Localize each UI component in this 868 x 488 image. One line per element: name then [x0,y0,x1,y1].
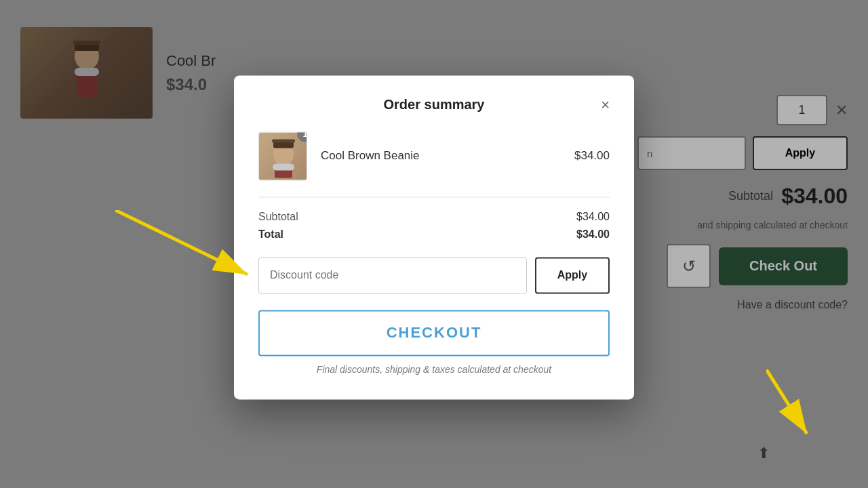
modal-subtotal-row: Subtotal $34.00 [258,211,610,223]
modal-subtotal-label: Subtotal [258,211,298,223]
modal-total-label: Total [258,228,283,241]
modal-discount-input[interactable] [258,257,527,293]
modal-footnote: Final discounts, shipping & taxes calcul… [258,364,610,375]
modal-header: Order summary × [258,97,610,113]
modal-total-row: Total $34.00 [258,228,610,241]
modal-product-thumbnail: 1 [258,131,307,180]
modal-close-button[interactable]: × [601,98,610,113]
modal-subtotal-value: $34.00 [576,211,610,223]
modal-product-price: $34.00 [574,149,610,163]
modal-divider [258,197,610,197]
modal-checkout-button[interactable]: CHECKOUT [258,310,610,356]
modal-apply-button[interactable]: Apply [535,257,610,293]
modal-discount-row: Apply [258,257,610,293]
svg-rect-9 [273,163,294,170]
svg-rect-7 [272,139,295,142]
modal-product-name: Cool Brown Beanie [321,149,561,163]
modal-product-item: 1 Cool Brown Beanie $34.00 [258,131,610,180]
modal-total-value: $34.00 [576,228,610,241]
modal-totals: Subtotal $34.00 Total $34.00 [258,211,610,241]
order-summary-modal: Order summary × 1 Cool Brown Beanie $34.… [234,75,634,399]
modal-title: Order summary [384,97,485,113]
